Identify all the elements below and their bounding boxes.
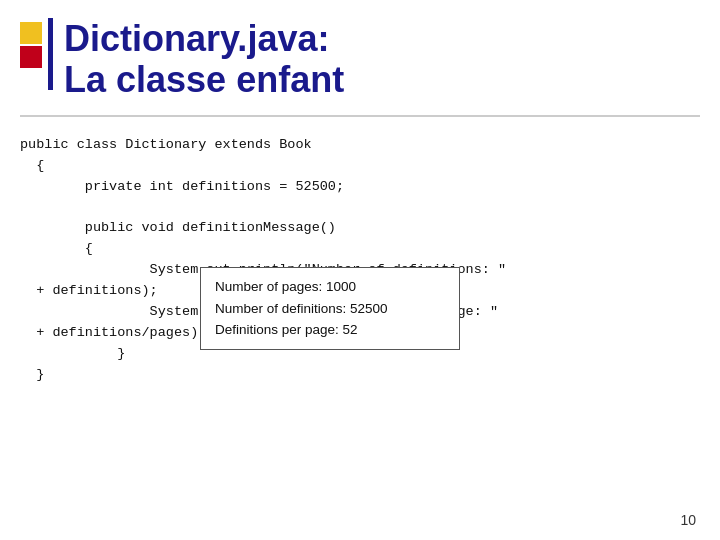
title-line1: Dictionary.java: bbox=[64, 18, 344, 59]
output-line3: Definitions per page: 52 bbox=[215, 319, 445, 341]
code-line-12: } bbox=[20, 365, 700, 386]
title-line2: La classe enfant bbox=[64, 59, 344, 100]
code-block: public class Dictionary extends Book { p… bbox=[0, 127, 720, 386]
red-square bbox=[20, 46, 42, 68]
blue-bar bbox=[48, 18, 53, 90]
code-line-2: { bbox=[20, 156, 700, 177]
header-divider bbox=[20, 115, 700, 117]
output-line2: Number of definitions: 52500 bbox=[215, 298, 445, 320]
output-line1: Number of pages: 1000 bbox=[215, 276, 445, 298]
header-decoration bbox=[20, 22, 42, 68]
slide-title: Dictionary.java: La classe enfant bbox=[54, 18, 344, 101]
slide-number: 10 bbox=[680, 512, 696, 528]
code-line-6: { bbox=[20, 239, 700, 260]
code-line-1: public class Dictionary extends Book bbox=[20, 135, 700, 156]
yellow-square bbox=[20, 22, 42, 44]
code-line-5: public void definitionMessage() bbox=[20, 218, 700, 239]
header: Dictionary.java: La classe enfant bbox=[0, 0, 720, 111]
output-box: Number of pages: 1000 Number of definiti… bbox=[200, 267, 460, 350]
code-line-3: private int definitions = 52500; bbox=[20, 177, 700, 198]
code-line-4 bbox=[20, 198, 700, 219]
